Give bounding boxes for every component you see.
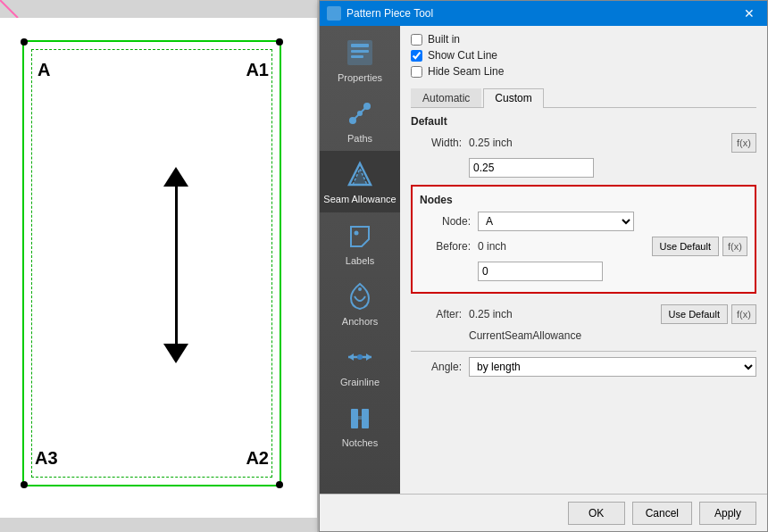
ok-button[interactable]: OK bbox=[568, 502, 625, 525]
tab-custom[interactable]: Custom bbox=[483, 88, 543, 108]
after-fx-button[interactable]: f(x) bbox=[731, 304, 756, 324]
sidebar-label-seam-allowance: Seam Allowance bbox=[323, 194, 396, 205]
sidebar-item-anchors[interactable]: Anchors bbox=[320, 273, 400, 334]
paths-icon bbox=[344, 97, 376, 129]
corner-dot-br bbox=[276, 481, 283, 488]
sidebar-item-grainline[interactable]: Grainline bbox=[320, 334, 400, 395]
width-fx-button[interactable]: f(x) bbox=[731, 133, 756, 153]
tabs-row: Automatic Custom bbox=[411, 88, 756, 108]
properties-icon bbox=[344, 37, 376, 69]
svg-line-0 bbox=[0, 0, 18, 18]
width-label: Width: bbox=[411, 137, 469, 149]
svg-line-8 bbox=[353, 113, 360, 121]
dialog-title-text: Pattern Piece Tool bbox=[346, 7, 433, 20]
labels-icon bbox=[344, 220, 376, 252]
default-section-header: Default bbox=[411, 115, 756, 128]
tab-automatic[interactable]: Automatic bbox=[411, 88, 481, 107]
svg-point-17 bbox=[357, 354, 363, 360]
dialog-window: Pattern Piece Tool ✕ Properties bbox=[319, 0, 768, 532]
sidebar-item-labels[interactable]: Labels bbox=[320, 212, 400, 273]
built-in-checkbox[interactable] bbox=[411, 34, 422, 46]
grainline-icon bbox=[344, 341, 376, 373]
node-select[interactable]: A A1 A2 A3 bbox=[478, 212, 634, 231]
arrow-up bbox=[163, 167, 188, 187]
before-label: Before: bbox=[420, 240, 478, 253]
sidebar-item-notches[interactable]: Notches bbox=[320, 395, 400, 455]
after-use-default-button[interactable]: Use Default bbox=[661, 304, 728, 324]
sidebar-item-paths[interactable]: Paths bbox=[320, 90, 400, 151]
arrow bbox=[163, 167, 189, 363]
sidebar-label-notches: Notches bbox=[342, 437, 378, 448]
hide-seam-line-label: Hide Seam Line bbox=[428, 65, 504, 78]
show-cut-line-checkbox[interactable] bbox=[411, 50, 422, 62]
hide-seam-line-row: Hide Seam Line bbox=[411, 65, 756, 78]
after-section: After: 0.25 inch Use Default f(x) Curren… bbox=[411, 304, 756, 345]
svg-rect-20 bbox=[351, 416, 369, 420]
dialog-body: Properties Paths bbox=[320, 26, 767, 494]
sidebar-label-grainline: Grainline bbox=[340, 377, 380, 387]
label-a1: A1 bbox=[246, 60, 269, 80]
nodes-section: Nodes Node: A A1 A2 A3 Before: 0 inch Us… bbox=[411, 185, 756, 294]
sidebar-item-properties[interactable]: Properties bbox=[320, 29, 400, 90]
before-use-default-button[interactable]: Use Default bbox=[652, 237, 719, 256]
dialog-title: Pattern Piece Tool bbox=[327, 6, 433, 21]
cancel-button[interactable]: Cancel bbox=[632, 502, 692, 525]
canvas-inner: A A1 A2 A3 bbox=[0, 18, 317, 518]
dialog-titlebar: Pattern Piece Tool ✕ bbox=[320, 1, 767, 26]
before-value: 0 inch bbox=[478, 240, 648, 253]
seam-allowance-icon bbox=[344, 158, 376, 190]
content-panel: Built in Show Cut Line Hide Seam Line Au… bbox=[400, 26, 767, 494]
svg-rect-2 bbox=[351, 44, 369, 47]
sidebar-label-paths: Paths bbox=[347, 133, 372, 144]
svg-rect-4 bbox=[351, 55, 363, 58]
show-cut-line-row: Show Cut Line bbox=[411, 49, 756, 62]
after-row: After: 0.25 inch Use Default f(x) bbox=[411, 304, 756, 324]
width-row: Width: 0.25 inch f(x) bbox=[411, 133, 756, 153]
corner-dot-tr bbox=[276, 38, 283, 46]
svg-rect-3 bbox=[351, 50, 369, 53]
hide-seam-line-checkbox[interactable] bbox=[411, 66, 422, 78]
svg-point-13 bbox=[358, 287, 362, 291]
width-input[interactable] bbox=[469, 158, 594, 178]
built-in-row: Built in bbox=[411, 33, 756, 46]
anchors-icon bbox=[344, 280, 376, 312]
label-a3: A3 bbox=[35, 448, 58, 469]
node-label: Node: bbox=[420, 215, 478, 228]
angle-row: Angle: by length by points intersection … bbox=[411, 357, 756, 377]
corner-dot-bl bbox=[21, 481, 28, 488]
after-value: 0.25 inch bbox=[469, 308, 657, 320]
corner-dot-tl bbox=[21, 38, 28, 46]
width-value: 0.25 inch bbox=[469, 137, 728, 149]
formula-text: CurrentSeamAllowance bbox=[469, 329, 756, 342]
arrow-line bbox=[175, 187, 178, 344]
svg-marker-15 bbox=[348, 353, 354, 361]
apply-button[interactable]: Apply bbox=[699, 502, 756, 525]
pattern-piece: A A1 A2 A3 bbox=[22, 40, 281, 486]
show-cut-line-label: Show Cut Line bbox=[428, 49, 497, 62]
sidebar-label-labels: Labels bbox=[346, 255, 374, 266]
sidebar: Properties Paths bbox=[320, 26, 400, 494]
sidebar-label-anchors: Anchors bbox=[342, 316, 378, 327]
separator bbox=[411, 351, 756, 352]
sidebar-item-seam-allowance[interactable]: Seam Allowance bbox=[320, 151, 400, 212]
before-fx-button[interactable]: f(x) bbox=[722, 237, 747, 256]
svg-line-9 bbox=[360, 106, 367, 113]
svg-marker-16 bbox=[366, 353, 371, 361]
dialog-footer: OK Cancel Apply bbox=[320, 494, 767, 531]
titlebar-icon bbox=[327, 6, 341, 21]
label-a: A bbox=[38, 60, 50, 80]
angle-label: Angle: bbox=[411, 361, 469, 373]
nodes-header: Nodes bbox=[420, 194, 747, 206]
before-input[interactable] bbox=[478, 262, 603, 281]
arrow-down bbox=[163, 344, 188, 363]
close-button[interactable]: ✕ bbox=[739, 4, 760, 22]
label-a2: A2 bbox=[246, 448, 269, 469]
built-in-label: Built in bbox=[428, 33, 460, 46]
notches-icon bbox=[344, 402, 376, 434]
angle-select[interactable]: by length by points intersection by firs… bbox=[469, 357, 756, 377]
svg-point-12 bbox=[355, 231, 359, 236]
before-row: Before: 0 inch Use Default f(x) bbox=[420, 237, 747, 256]
sidebar-label-properties: Properties bbox=[338, 72, 382, 83]
after-label: After: bbox=[411, 308, 469, 320]
canvas-area: A A1 A2 A3 bbox=[0, 0, 317, 532]
